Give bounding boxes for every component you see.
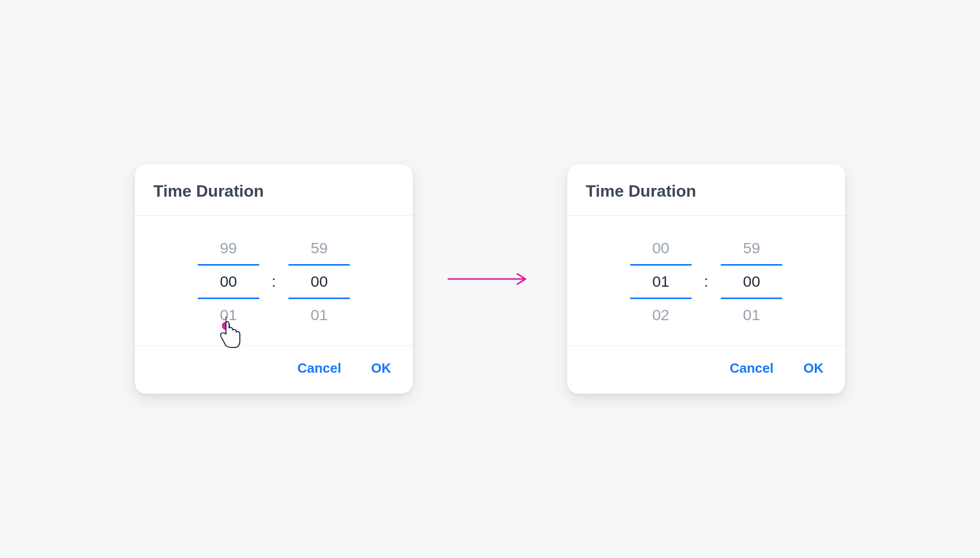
time-duration-dialog-before: Time Duration 99 00 01 [135,164,413,394]
minutes-wheel[interactable]: 59 00 01 [721,232,782,331]
ok-button[interactable]: OK [800,358,827,378]
minutes-next-value: 01 [288,299,350,331]
dialog-title: Time Duration [586,182,827,201]
hours-current-value: 01 [630,266,692,298]
cancel-button[interactable]: Cancel [727,358,777,378]
dialog-header: Time Duration [567,164,845,216]
hours-next-value: 02 [630,299,692,331]
picker-body: 99 00 01 : 59 [135,216,413,345]
time-separator: : [703,273,709,290]
minutes-prev-value: 59 [288,232,350,264]
hours-prev-value: 99 [198,232,259,264]
time-duration-dialog-after: Time Duration 00 01 02 : 59 00 01 [567,164,845,394]
dialog-footer: Cancel OK [567,345,845,394]
dialog-footer: Cancel OK [135,345,413,394]
minutes-current-value: 00 [721,266,782,298]
hours-next-value: 01 [198,299,259,331]
transition-arrow-icon [444,271,536,287]
ok-button[interactable]: OK [368,358,394,378]
dialog-title: Time Duration [153,182,394,201]
comparison-stage: Time Duration 99 00 01 [0,164,980,394]
hours-wheel[interactable]: 99 00 01 [198,232,259,331]
picker-body: 00 01 02 : 59 00 01 [567,216,845,345]
minutes-wheel[interactable]: 59 00 01 [288,232,350,331]
time-separator: : [271,273,277,290]
hours-wheel[interactable]: 00 01 02 [630,232,692,331]
hours-current-value: 00 [198,266,259,298]
hours-prev-value: 00 [630,232,692,264]
dialog-header: Time Duration [135,164,413,216]
minutes-prev-value: 59 [721,232,782,264]
minutes-current-value: 00 [288,266,350,298]
duration-picker: 00 01 02 : 59 00 01 [630,232,782,331]
minutes-next-value: 01 [721,299,782,331]
duration-picker: 99 00 01 : 59 [198,232,350,331]
cancel-button[interactable]: Cancel [294,358,344,378]
